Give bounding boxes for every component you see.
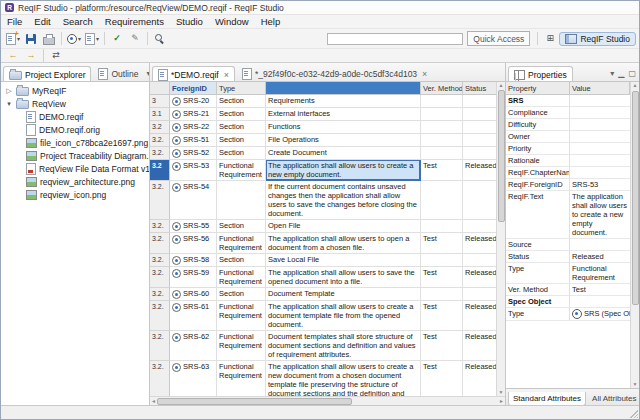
type-cell[interactable]: Functional Requirement <box>217 301 266 331</box>
foreignid-cell[interactable]: SRS-21 <box>170 108 217 121</box>
properties-vertical-scrollbar[interactable]: ▲ ▼ <box>630 82 639 388</box>
horizontal-scrollbar-thumb[interactable] <box>157 398 352 405</box>
scroll-up-icon[interactable]: ▲ <box>632 82 639 89</box>
row-number-cell[interactable]: 3.2. <box>150 254 170 267</box>
property-name-cell[interactable]: Rationale <box>506 155 570 167</box>
tree-item[interactable]: DEMO.reqif <box>1 110 149 123</box>
status-cell[interactable] <box>463 288 496 301</box>
editor-vertical-scrollbar[interactable]: ▲ ▼ <box>496 82 505 396</box>
property-name-cell[interactable]: Type <box>506 263 570 284</box>
status-cell[interactable]: Released <box>463 160 496 181</box>
view-menu-icon[interactable]: ▾ <box>610 69 614 78</box>
column-header-row-number[interactable] <box>150 82 170 95</box>
property-value-cell[interactable]: Test <box>570 284 630 296</box>
property-name-cell[interactable]: Type <box>506 308 570 321</box>
annotate-icon-button[interactable]: ✎ <box>126 31 144 47</box>
property-name-cell[interactable]: SRS <box>506 95 570 107</box>
description-cell[interactable]: The application shall allow users to sav… <box>266 267 421 288</box>
scroll-right-icon[interactable]: ► <box>498 398 505 405</box>
type-cell[interactable]: Section <box>217 95 266 108</box>
property-value-cell[interactable]: Functional Requirement <box>570 263 630 284</box>
new-specification-icon-button[interactable]: ▾ <box>83 31 101 47</box>
menu-studio[interactable]: Studio <box>170 16 209 27</box>
editor-tab[interactable]: *DEMO.reqif× <box>152 66 235 82</box>
type-cell[interactable]: Section <box>217 121 266 134</box>
menu-window[interactable]: Window <box>209 16 255 27</box>
status-cell[interactable] <box>463 220 496 233</box>
properties-column-value[interactable]: Value <box>570 82 630 95</box>
new-file-icon-button[interactable]: ▾ <box>4 31 22 47</box>
property-value-cell[interactable] <box>570 143 630 155</box>
property-value-cell[interactable]: SRS (Spec Object Type) <box>570 308 630 321</box>
foreignid-cell[interactable]: SRS-63 <box>170 361 217 396</box>
foreignid-cell[interactable]: SRS-58 <box>170 254 217 267</box>
row-number-cell[interactable]: 3.2. <box>150 331 170 361</box>
foreignid-cell[interactable]: SRS-54 <box>170 181 217 220</box>
row-number-cell[interactable]: 3.2 <box>150 121 170 134</box>
foreignid-cell[interactable]: SRS-61 <box>170 301 217 331</box>
ver-method-cell[interactable]: Test <box>421 267 463 288</box>
tab-standard-attributes[interactable]: Standard Attributes <box>508 392 586 406</box>
type-cell[interactable]: Functional Requirement <box>217 331 266 361</box>
view-menu-icon[interactable]: ▾ <box>146 69 149 78</box>
minimize-view-icon[interactable]: ▁ <box>618 69 624 78</box>
type-cell[interactable]: Section <box>217 147 266 160</box>
status-cell[interactable]: Released <box>463 233 496 254</box>
ver-method-cell[interactable]: Test <box>421 301 463 331</box>
row-number-cell[interactable]: 3.2. <box>150 220 170 233</box>
ver-method-cell[interactable]: Test <box>421 160 463 181</box>
column-header-type[interactable]: Type <box>217 82 266 95</box>
status-cell[interactable] <box>463 181 496 220</box>
ver-method-cell[interactable] <box>421 181 463 220</box>
foreignid-cell[interactable]: SRS-56 <box>170 233 217 254</box>
description-cell[interactable]: Save Local File <box>266 254 421 267</box>
description-cell[interactable]: The application shall allow users to cre… <box>266 361 421 396</box>
back-icon-button[interactable]: ← <box>4 48 22 64</box>
property-value-cell[interactable] <box>570 131 630 143</box>
column-header-ver-method[interactable]: Ver. Method <box>421 82 463 95</box>
print-icon-button[interactable] <box>40 31 58 47</box>
close-tab-icon[interactable]: × <box>422 69 427 79</box>
ver-method-cell[interactable] <box>421 134 463 147</box>
description-cell[interactable]: The application shall allow users to cre… <box>266 301 421 331</box>
ver-method-cell[interactable] <box>421 121 463 134</box>
property-name-cell[interactable]: Ver. Method <box>506 284 570 296</box>
foreignid-cell[interactable]: SRS-53 <box>170 160 217 181</box>
tree-item[interactable]: ▷MyReqIF <box>1 84 149 97</box>
description-cell[interactable]: The application shall allow users to cre… <box>266 160 421 181</box>
property-value-cell[interactable] <box>570 107 630 119</box>
scroll-down-icon[interactable]: ▼ <box>632 381 639 388</box>
property-value-cell[interactable] <box>570 95 630 107</box>
type-cell[interactable]: Section <box>217 108 266 121</box>
row-number-cell[interactable]: 3.2. <box>150 181 170 220</box>
tab-properties[interactable]: Properties <box>508 66 573 82</box>
description-cell[interactable]: If the current document contains unsaved… <box>266 181 421 220</box>
property-name-cell[interactable]: Spec Object <box>506 296 570 308</box>
description-cell[interactable]: Document templates shall store structure… <box>266 331 421 361</box>
property-name-cell[interactable]: ReqIF.ChapterName <box>506 167 570 179</box>
ver-method-cell[interactable] <box>421 288 463 301</box>
description-cell[interactable]: Open File <box>266 220 421 233</box>
maximize-view-icon[interactable]: ▢ <box>628 69 636 78</box>
vertical-scrollbar-thumb[interactable] <box>498 90 505 222</box>
expander-icon[interactable]: ▾ <box>5 100 13 108</box>
menu-edit[interactable]: Edit <box>28 16 56 27</box>
menu-requirements[interactable]: Requirements <box>99 16 170 27</box>
description-cell[interactable]: The application shall allow users to ope… <box>266 233 421 254</box>
status-cell[interactable] <box>463 254 496 267</box>
column-header-foreignid[interactable]: ForeignID <box>170 82 217 95</box>
property-name-cell[interactable]: Source <box>506 239 570 251</box>
ver-method-cell[interactable] <box>421 108 463 121</box>
type-cell[interactable]: Functional Requirement <box>217 267 266 288</box>
foreignid-cell[interactable]: SRS-22 <box>170 121 217 134</box>
new-spec-object-icon-button[interactable]: ▾ <box>65 31 83 47</box>
tree-item[interactable]: Project Traceability Diagram.png <box>1 149 149 162</box>
property-value-cell[interactable] <box>570 155 630 167</box>
tab-outline[interactable]: Outline <box>92 65 144 81</box>
ver-method-cell[interactable] <box>421 220 463 233</box>
foreignid-cell[interactable]: SRS-55 <box>170 220 217 233</box>
foreignid-cell[interactable]: SRS-20 <box>170 95 217 108</box>
validate-icon-button[interactable]: ✓ <box>108 31 126 47</box>
row-number-cell[interactable]: 3.2. <box>150 233 170 254</box>
property-value-cell[interactable] <box>570 296 630 308</box>
